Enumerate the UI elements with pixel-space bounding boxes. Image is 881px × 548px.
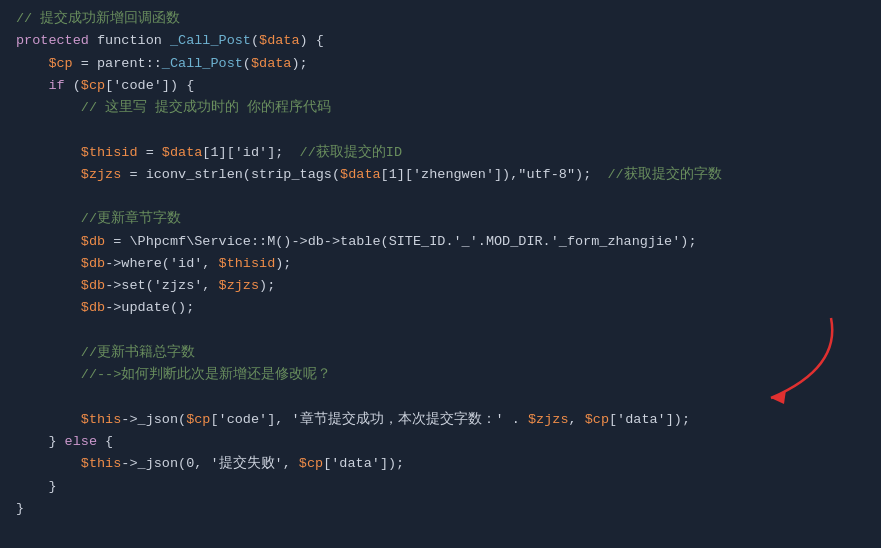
code-line: protected function _Call_Post($data) {: [0, 30, 881, 52]
code-token: $data: [162, 142, 203, 164]
code-line: $db->where('id', $thisid);: [0, 253, 881, 275]
code-token: ->where('id',: [105, 253, 218, 275]
code-token: );: [259, 275, 275, 297]
code-token: [16, 409, 81, 431]
code-line: [0, 119, 881, 141]
code-token: //更新章节字数: [81, 208, 181, 230]
code-token: $zjzs: [81, 164, 122, 186]
code-token: [16, 253, 81, 275]
code-token: =: [138, 142, 162, 164]
code-token: // 提交成功新增回调函数: [16, 8, 180, 30]
code-token: else: [65, 431, 97, 453]
code-line: $cp = parent::_Call_Post($data);: [0, 53, 881, 75]
code-token: = iconv_strlen(strip_tags(: [121, 164, 340, 186]
code-token: ->_json(: [121, 409, 186, 431]
code-token: [16, 53, 48, 75]
code-line: [0, 387, 881, 409]
code-line: $this->_json(0, '提交失败', $cp['data']);: [0, 453, 881, 475]
code-token: );: [291, 53, 307, 75]
code-line: // 提交成功新增回调函数: [0, 8, 881, 30]
code-token: (: [243, 53, 251, 75]
code-token: $zjzs: [528, 409, 569, 431]
code-token: $this: [81, 453, 122, 475]
code-token: //-->如何判断此次是新增还是修改呢？: [81, 364, 332, 386]
code-token: //更新书籍总字数: [81, 342, 195, 364]
code-token: $thisid: [219, 253, 276, 275]
code-token: ->set('zjzs',: [105, 275, 218, 297]
code-token: [16, 364, 81, 386]
code-token: [16, 453, 81, 475]
code-line: $db->update();: [0, 297, 881, 319]
code-token: [16, 275, 81, 297]
code-line: [0, 186, 881, 208]
code-token: [16, 142, 81, 164]
code-token: $db: [81, 253, 105, 275]
code-line: //更新章节字数: [0, 208, 881, 230]
code-token: $db: [81, 275, 105, 297]
code-token: [1]['zhengwen']),"utf-8");: [381, 164, 608, 186]
code-token: protected: [16, 30, 89, 52]
code-line: $thisid = $data[1]['id']; //获取提交的ID: [0, 142, 881, 164]
code-token: ) {: [300, 30, 324, 52]
code-token: [16, 164, 81, 186]
code-token: [16, 75, 48, 97]
code-token: $thisid: [81, 142, 138, 164]
code-token: [16, 231, 81, 253]
code-token: $data: [251, 53, 292, 75]
code-token: [1]['id'];: [202, 142, 299, 164]
code-token: // 这里写 提交成功时的 你的程序代码: [81, 97, 332, 119]
code-token: $db: [81, 231, 105, 253]
code-token: {: [97, 431, 113, 453]
code-token: [16, 97, 81, 119]
code-token: //获取提交的ID: [300, 142, 402, 164]
code-token: ->update();: [105, 297, 194, 319]
code-token: ->_json(0, '提交失败',: [121, 453, 299, 475]
code-token: (: [251, 30, 259, 52]
code-line: } else {: [0, 431, 881, 453]
code-token: $zjzs: [219, 275, 260, 297]
code-token: = \Phpcmf\Service::M()->db->table(SITE_I…: [105, 231, 696, 253]
code-token: $data: [340, 164, 381, 186]
code-line: if ($cp['code']) {: [0, 75, 881, 97]
code-token: $cp: [81, 75, 105, 97]
code-token: $this: [81, 409, 122, 431]
code-line: $db->set('zjzs', $zjzs);: [0, 275, 881, 297]
code-token: _Call_Post: [162, 53, 243, 75]
code-token: [16, 297, 81, 319]
code-token: ['code'], '章节提交成功，本次提交字数：' .: [210, 409, 528, 431]
code-line: //-->如何判断此次是新增还是修改呢？: [0, 364, 881, 386]
code-token: [16, 342, 81, 364]
code-line: $db = \Phpcmf\Service::M()->db->table(SI…: [0, 231, 881, 253]
code-token: $cp: [299, 453, 323, 475]
code-token: ,: [569, 409, 585, 431]
code-token: [16, 208, 81, 230]
code-token: (: [65, 75, 81, 97]
code-token: $data: [259, 30, 300, 52]
code-token: function: [89, 30, 170, 52]
code-token: ['data']);: [323, 453, 404, 475]
code-line: $zjzs = iconv_strlen(strip_tags($data[1]…: [0, 164, 881, 186]
code-token: = parent::: [73, 53, 162, 75]
code-token: if: [48, 75, 64, 97]
code-token: }: [16, 498, 24, 520]
code-token: $cp: [48, 53, 72, 75]
code-editor: // 提交成功新增回调函数protected function _Call_Po…: [0, 0, 881, 528]
code-token: ['data']);: [609, 409, 690, 431]
code-line: // 这里写 提交成功时的 你的程序代码: [0, 97, 881, 119]
code-token: }: [16, 476, 57, 498]
code-token: ['code']) {: [105, 75, 194, 97]
code-token: //获取提交的字数: [607, 164, 721, 186]
code-token: $cp: [186, 409, 210, 431]
code-line: $this->_json($cp['code'], '章节提交成功，本次提交字数…: [0, 409, 881, 431]
code-token: $db: [81, 297, 105, 319]
code-token: );: [275, 253, 291, 275]
code-token: }: [16, 431, 65, 453]
code-line: //更新书籍总字数: [0, 342, 881, 364]
code-line: [0, 320, 881, 342]
code-token: $cp: [585, 409, 609, 431]
code-lines: // 提交成功新增回调函数protected function _Call_Po…: [0, 8, 881, 520]
code-line: }: [0, 498, 881, 520]
code-token: _Call_Post: [170, 30, 251, 52]
code-line: }: [0, 476, 881, 498]
